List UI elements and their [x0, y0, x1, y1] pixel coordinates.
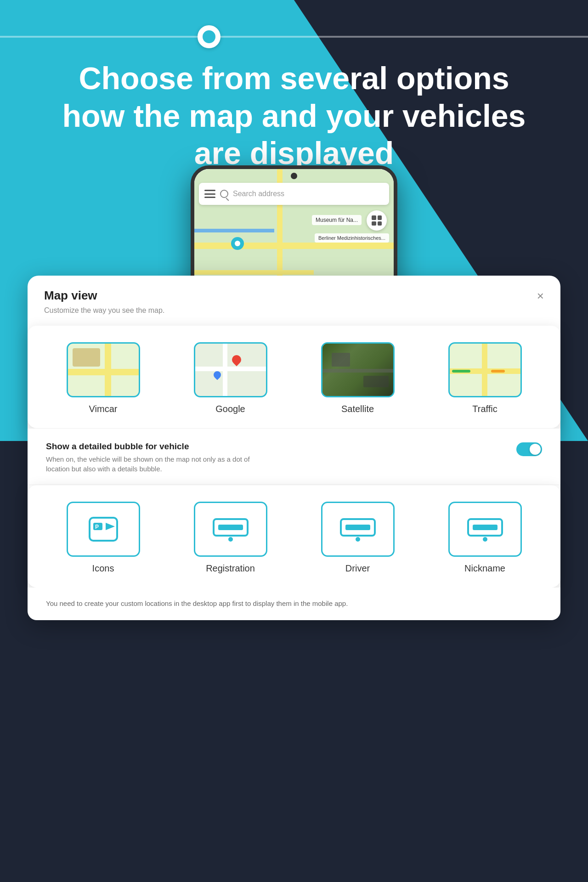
svg-rect-5 — [218, 525, 243, 530]
toggle-text: Show a detailed bubble for vehicle When … — [46, 441, 266, 474]
grid-icon — [372, 215, 382, 226]
map-types-card: Vimcar Google Sa — [28, 326, 560, 428]
map-type-vimcar[interactable]: Vimcar — [44, 342, 162, 414]
sheet-header-title: Map view — [44, 288, 97, 303]
toggle-knob — [530, 444, 541, 455]
vimcar-thumb — [67, 342, 140, 397]
icons-label: Icons — [92, 563, 114, 574]
vehicle-type-registration[interactable]: Registration — [171, 502, 289, 574]
progress-line — [0, 36, 588, 38]
toggle-switch[interactable] — [516, 442, 542, 456]
registration-icon-wrapper — [195, 503, 266, 555]
svg-rect-11 — [473, 525, 498, 530]
satellite-building2 — [363, 376, 389, 387]
vimcar-block — [73, 348, 100, 367]
svg-rect-8 — [345, 525, 370, 530]
page-heading: Choose from several options how the map … — [0, 60, 588, 172]
google-road-h — [195, 367, 266, 371]
heading-line2: how the map and your vehicles — [62, 98, 526, 133]
traffic-label: Traffic — [472, 404, 497, 414]
svg-text:P: P — [95, 524, 99, 530]
vehicle-type-icons[interactable]: P Icons — [44, 502, 162, 574]
registration-svg — [210, 511, 251, 548]
map-label-berlin: Berliner Medizinhistorisches... — [315, 233, 389, 243]
icons-thumb: P — [67, 502, 140, 557]
google-thumb — [194, 342, 267, 397]
map-road-h2 — [194, 270, 314, 275]
vehicle-types-grid: P Icons — [44, 502, 544, 574]
map-road-h1 — [194, 243, 394, 249]
driver-svg — [337, 511, 379, 548]
sheet-header: Map view × — [28, 276, 560, 303]
toggle-title: Show a detailed bubble for vehicle — [46, 441, 266, 452]
map-road-blue — [194, 229, 274, 232]
traffic-green — [452, 370, 470, 373]
satellite-building1 — [332, 353, 350, 367]
svg-point-6 — [228, 537, 233, 542]
heading-line1: Choose from several options — [79, 61, 509, 96]
vimcar-label: Vimcar — [89, 404, 118, 414]
phone-camera — [291, 173, 297, 179]
nickname-icon-wrapper — [450, 503, 520, 555]
grid-button[interactable] — [367, 210, 387, 231]
search-placeholder[interactable]: Search address — [233, 190, 284, 198]
nickname-label: Nickname — [464, 563, 505, 574]
vehicle-type-driver[interactable]: Driver — [299, 502, 417, 574]
toggle-section: Show a detailed bubble for vehicle When … — [28, 428, 560, 485]
vehicle-type-nickname[interactable]: Nickname — [426, 502, 544, 574]
custom-locations-note: You need to create your custom locations… — [28, 588, 560, 620]
map-label-museum: Museum für Na... — [312, 215, 362, 225]
icons-svg: P — [85, 511, 122, 548]
traffic-road-v — [482, 344, 487, 396]
traffic-orange — [491, 370, 505, 373]
traffic-thumb — [448, 342, 522, 397]
satellite-road — [322, 369, 393, 373]
progress-circle — [198, 25, 220, 48]
full-bottom-sheet: Map view × Customize the way you see the… — [28, 276, 560, 620]
vimcar-road-h — [68, 369, 139, 375]
satellite-thumb — [321, 342, 395, 397]
map-type-traffic[interactable]: Traffic — [426, 342, 544, 414]
sheet-close-icon[interactable]: × — [537, 290, 544, 302]
google-label: Google — [215, 404, 245, 414]
vimcar-road-v — [105, 344, 111, 396]
svg-point-12 — [483, 537, 487, 542]
map-pin — [231, 237, 244, 250]
driver-icon-wrapper — [322, 503, 393, 555]
driver-thumb — [321, 502, 395, 557]
svg-point-9 — [356, 537, 360, 542]
google-pin1 — [230, 353, 243, 366]
google-road-v — [223, 344, 227, 396]
map-type-google[interactable]: Google — [171, 342, 289, 414]
sheet-header-desc: Customize the way you see the map. — [28, 303, 560, 326]
vehicle-types-card: P Icons — [28, 485, 560, 588]
map-pin-circle — [231, 237, 244, 250]
nickname-thumb — [448, 502, 522, 557]
nickname-svg — [464, 511, 506, 548]
driver-label: Driver — [345, 563, 370, 574]
registration-thumb — [194, 502, 267, 557]
search-icon — [220, 190, 228, 198]
icons-icon-wrapper: P — [68, 503, 139, 555]
toggle-description: When on, the vehicle will be shown on th… — [46, 454, 266, 474]
toggle-row: Show a detailed bubble for vehicle When … — [46, 441, 542, 474]
search-bar: Search address — [199, 183, 389, 205]
hamburger-icon[interactable] — [204, 190, 215, 198]
google-pin2 — [212, 370, 222, 380]
map-types-grid: Vimcar Google Sa — [44, 342, 544, 414]
registration-label: Registration — [206, 563, 255, 574]
map-type-satellite[interactable]: Satellite — [299, 342, 417, 414]
svg-marker-3 — [106, 523, 115, 530]
satellite-label: Satellite — [341, 404, 374, 414]
